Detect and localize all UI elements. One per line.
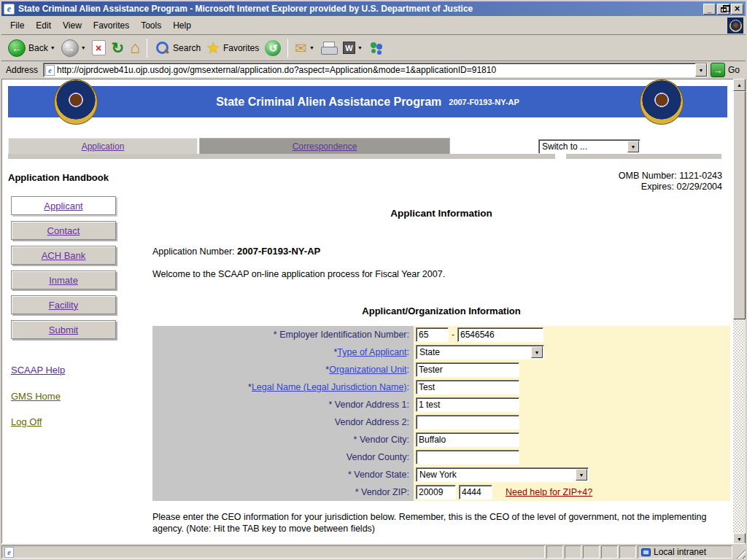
status-panel: [565, 545, 581, 559]
scaap-help-link[interactable]: SCAAP Help: [11, 365, 65, 376]
scrollbar-thumb[interactable]: [733, 91, 746, 319]
menu-file[interactable]: File: [4, 18, 30, 34]
address-input[interactable]: [57, 64, 695, 76]
sidebar-item-facility[interactable]: Facility: [11, 295, 116, 314]
ie-icon: [4, 4, 15, 15]
sidebar-item-contact[interactable]: Contact: [11, 221, 116, 240]
address-field[interactable]: [43, 63, 708, 77]
tab-correspondence[interactable]: Correspondence: [199, 138, 450, 154]
restore-icon: [721, 7, 727, 12]
refresh-button[interactable]: [109, 37, 128, 59]
organizational-unit-field[interactable]: [416, 362, 519, 377]
favorites-button[interactable]: Favorites: [204, 37, 262, 59]
chevron-down-icon[interactable]: [576, 469, 587, 481]
log-off-link[interactable]: Log Off: [11, 416, 42, 427]
close-button[interactable]: [731, 4, 743, 15]
favorites-star-icon: [206, 39, 220, 57]
back-dropdown-icon[interactable]: [50, 45, 55, 50]
label-colon: :: [407, 347, 409, 357]
organizational-unit-link[interactable]: Organizational Unit: [329, 365, 406, 375]
sidebar-item-submit[interactable]: Submit: [11, 320, 116, 339]
menu-bar: File Edit View Favorites Tools Help: [1, 16, 746, 35]
sidebar-item-label: Submit: [49, 324, 78, 335]
tab-divider: [8, 154, 555, 159]
sidebar-item-label: Contact: [47, 225, 80, 236]
scroll-up-button[interactable]: [733, 79, 746, 91]
address-label: Address: [4, 65, 43, 75]
sidebar-item-applicant[interactable]: Applicant: [11, 196, 116, 215]
word-icon: [343, 42, 355, 54]
tab-application[interactable]: Application: [8, 138, 198, 154]
ein-prefix-field[interactable]: [416, 327, 449, 342]
stop-icon: [92, 40, 106, 55]
status-panel: [546, 545, 563, 559]
vendor-zip-plus4-field[interactable]: [459, 485, 492, 499]
sidebar-item-label: Inmate: [49, 275, 78, 286]
vendor-city-field[interactable]: [416, 432, 519, 447]
vertical-scrollbar[interactable]: [733, 79, 746, 545]
sidebar-item-inmate[interactable]: Inmate: [11, 271, 116, 289]
go-label: Go: [728, 65, 740, 75]
vendor-address-2-field[interactable]: [416, 415, 519, 429]
back-button[interactable]: Back: [5, 37, 58, 59]
chevron-down-icon[interactable]: [531, 346, 543, 358]
ceo-instructions-text: Please enter the CEO information for you…: [152, 511, 730, 534]
mail-icon: [295, 39, 307, 57]
menu-help[interactable]: Help: [167, 18, 197, 34]
gms-home-link[interactable]: GMS Home: [11, 391, 61, 402]
switch-to-dropdown[interactable]: Switch to ...: [538, 139, 640, 154]
banner-application-id: 2007-F0193-NY-AP: [449, 98, 519, 106]
vendor-county-label: Vendor County:: [152, 448, 414, 466]
status-panel: [601, 545, 618, 559]
restore-button[interactable]: [717, 4, 729, 15]
resize-grip[interactable]: [734, 545, 746, 559]
stop-button[interactable]: [89, 37, 109, 59]
type-of-applicant-value: State: [419, 347, 440, 357]
doj-seal-icon: [729, 20, 742, 32]
type-of-applicant-select[interactable]: State: [416, 345, 544, 359]
tab-correspondence-label[interactable]: Correspondence: [293, 141, 357, 152]
home-icon: [130, 38, 140, 58]
vendor-county-field[interactable]: [416, 450, 519, 464]
vendor-zip-field[interactable]: [416, 485, 456, 499]
tab-application-label[interactable]: Application: [82, 141, 125, 152]
type-of-applicant-link[interactable]: Type of Applicant: [337, 347, 406, 357]
label-colon: :: [407, 382, 409, 392]
menu-tools[interactable]: Tools: [135, 18, 167, 34]
section-title: Applicant/Organization Information: [152, 306, 730, 316]
chevron-down-icon[interactable]: [627, 141, 639, 152]
mail-button[interactable]: [292, 37, 317, 59]
print-button[interactable]: [317, 37, 340, 59]
history-button[interactable]: [262, 37, 284, 59]
legal-name-link[interactable]: Legal Name (Legal Jurisdiction Name): [252, 382, 407, 392]
mail-dropdown-icon[interactable]: [309, 45, 314, 50]
back-label: Back: [28, 43, 48, 53]
sidebar-item-ach-bank[interactable]: ACH Bank: [11, 246, 116, 265]
go-button[interactable]: Go: [711, 63, 743, 77]
address-dropdown-icon[interactable]: [695, 63, 707, 77]
menu-edit[interactable]: Edit: [30, 18, 57, 34]
switch-to-value: Switch to ...: [542, 141, 587, 152]
legal-name-label: *Legal Name (Legal Jurisdiction Name):: [152, 378, 414, 396]
legal-name-field[interactable]: [416, 380, 519, 394]
application-number-value: 2007-F0193-NY-AP: [237, 246, 320, 257]
doj-seal-right-icon: [640, 79, 684, 125]
vendor-address-2-label: Vendor Address 2:: [152, 413, 414, 431]
messenger-button[interactable]: [365, 37, 389, 59]
search-button[interactable]: Search: [151, 37, 204, 59]
edit-in-word-button[interactable]: [340, 37, 365, 59]
forward-button[interactable]: [58, 37, 89, 59]
forward-dropdown-icon[interactable]: [81, 45, 86, 50]
vendor-state-select[interactable]: New York: [416, 467, 589, 482]
home-button[interactable]: [127, 37, 143, 59]
sidebar-item-label: Facility: [49, 300, 78, 311]
menu-view[interactable]: View: [57, 18, 88, 34]
menu-favorites[interactable]: Favorites: [88, 18, 135, 34]
edit-dropdown-icon[interactable]: [357, 45, 363, 50]
minimize-button[interactable]: [703, 4, 716, 15]
ein-suffix-field[interactable]: [457, 327, 543, 342]
vendor-address-1-field[interactable]: [416, 397, 519, 412]
page-viewport: State Criminal Alien Assistance Program …: [1, 79, 733, 545]
omb-block: OMB Number: 1121-0243 Expires: 02/29/200…: [619, 171, 722, 192]
zip-help-link[interactable]: Need help for ZIP+4?: [506, 487, 592, 497]
